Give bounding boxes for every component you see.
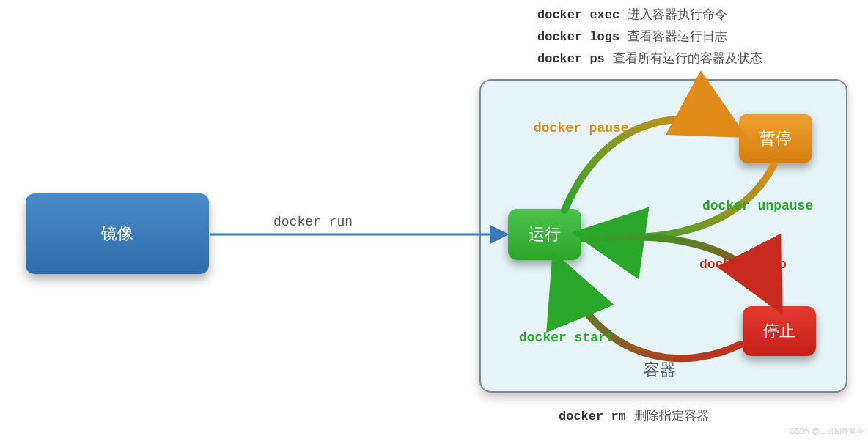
image-node-label: 镜像	[101, 223, 133, 245]
running-node-label: 运行	[529, 223, 561, 245]
running-node: 运行	[508, 209, 581, 260]
paused-node-label: 暂停	[760, 127, 792, 149]
footer-rm: docker rm 删除指定容器	[559, 407, 709, 424]
legend-row-ps: docker ps 查看所有运行的容器及状态	[537, 50, 762, 67]
stopped-node-label: 停止	[763, 320, 795, 342]
legend-row-exec: docker exec 进入容器执行命令	[537, 6, 727, 23]
stopped-node: 停止	[743, 306, 816, 356]
footer-cmd: docker rm	[559, 410, 626, 423]
edge-pause-label: docker pause	[534, 121, 629, 136]
legend-cmd: docker ps	[537, 52, 605, 66]
edge-unpause-label: docker unpause	[702, 199, 813, 213]
watermark: CSDN @二进制环莫存	[790, 426, 864, 437]
edge-run-label: docker run	[273, 215, 353, 229]
legend-desc: 查看容器运行日志	[628, 29, 727, 43]
container-title: 容器	[644, 359, 676, 381]
image-node: 镜像	[26, 193, 209, 274]
edge-start-label: docker start	[519, 330, 614, 345]
footer-desc: 删除指定容器	[634, 409, 709, 423]
paused-node: 暂停	[739, 114, 812, 163]
legend-cmd: docker logs	[537, 30, 619, 44]
legend-desc: 查看所有运行的容器及状态	[613, 51, 762, 65]
legend-desc: 进入容器执行命令	[628, 7, 727, 21]
legend-row-logs: docker logs 查看容器运行日志	[537, 28, 727, 45]
diagram-canvas: docker exec 进入容器执行命令 docker logs 查看容器运行日…	[0, 0, 868, 441]
legend-cmd: docker exec	[537, 8, 619, 22]
edge-stop-label: docker stop	[699, 257, 787, 272]
